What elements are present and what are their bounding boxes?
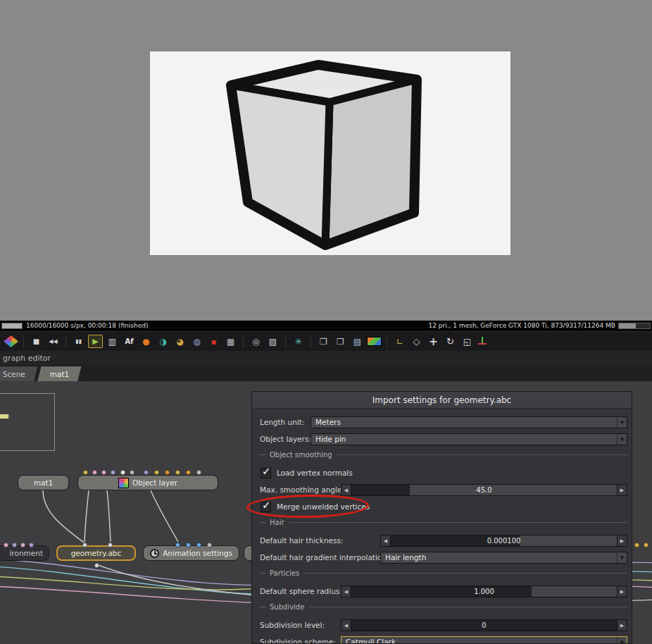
node-label: Animation settings [163,549,232,557]
marquee-select-button[interactable]: ▧ [265,335,280,349]
node-animation-settings[interactable]: Animation settings [143,545,239,561]
node-port-dot[interactable] [186,470,191,475]
node-port-dot[interactable] [101,470,106,475]
node-port-dot[interactable] [144,470,149,475]
section-particles: Particles [260,569,627,577]
node-port-dot[interactable] [108,543,113,547]
material-sphere-button[interactable]: ● [139,335,153,349]
toolbar-separator [243,335,244,348]
node-environment[interactable]: ironment [0,545,49,561]
node-port-dot[interactable] [111,470,115,475]
play-button[interactable]: ▶ [88,335,103,348]
node-label: Object layer [132,478,177,487]
checker-button[interactable]: ▦ [223,335,238,349]
node-port-dot[interactable] [175,470,180,475]
load-vertex-normals-checkbox[interactable] [261,468,271,478]
texture-sphere-button[interactable]: ◑ [156,335,170,349]
zoom-tool-button[interactable]: ◎ [249,335,263,349]
pause-button[interactable]: ▮▮ [71,335,86,349]
render-display-button[interactable]: ▥ [105,335,120,349]
length-unit-dropdown[interactable]: Meters [311,416,627,428]
node-port-dot[interactable] [196,543,201,547]
slider-decrement-icon[interactable] [381,535,390,546]
toon-cube-illustration [150,51,510,255]
dropdown-arrow-icon[interactable] [617,434,627,445]
layer-window-button[interactable]: ▤ [350,335,365,349]
skip-to-start-button[interactable]: ◀◀ [46,335,61,349]
collapsed-node-box[interactable] [0,393,55,451]
rotate-tool-button[interactable]: ↻ [443,335,458,349]
slider-increment-icon[interactable] [617,620,627,631]
node-port-dot[interactable] [12,543,17,547]
merge-unwelded-vertices-checkbox[interactable] [261,502,271,512]
node-port-dot[interactable] [207,543,212,547]
spray-tool-button[interactable]: ✳ [291,335,306,349]
node-port-dot[interactable] [120,470,125,475]
node-output-plug[interactable] [0,414,9,419]
bbox-toggle-button[interactable]: ◇ [409,335,424,349]
section-subdivide: Subdivide [260,602,627,611]
node-port-dot[interactable] [82,543,87,547]
app-logo-icon[interactable] [4,335,18,347]
subdivision-level-slider[interactable]: 0 [341,619,627,631]
font-tool-button[interactable]: Af [122,335,137,349]
toolbar-separator [285,335,286,348]
slider-decrement-icon[interactable] [341,485,351,495]
hair-gradient-label: Default hair gradient interpolation: [260,553,389,562]
hair-thickness-slider[interactable]: 0.000100 [380,535,627,547]
subdivision-scheme-label: Subdivision scheme: [260,638,336,644]
node-port-dot[interactable] [154,470,159,475]
node-port-dot[interactable] [4,543,8,547]
node-object-layer[interactable]: Object layer [77,475,218,490]
node-port-dot[interactable] [83,470,88,475]
render-progress-chip [1,323,23,329]
subdivision-level-label: Subdivision level: [260,621,325,629]
node-port-dot[interactable] [196,470,201,475]
axis-gizmo-button[interactable] [477,335,491,347]
slider-decrement-icon[interactable] [341,620,351,631]
copy-button[interactable]: ❐ [316,335,331,349]
memory-progress-bar [618,323,651,329]
slider-decrement-icon[interactable] [341,586,351,597]
dropdown-arrow-icon[interactable] [617,637,627,644]
slider-increment-icon[interactable] [617,535,627,546]
node-port-dot[interactable] [94,563,99,568]
gpu-memory-text: 12 pri., 1 mesh, GeForce GTX 1080 Ti, 87… [429,321,616,331]
node-port-dot[interactable] [130,470,134,475]
section-hair: Hair [260,518,627,526]
tab-scene[interactable]: Scene [0,366,39,381]
node-port-dot[interactable] [186,543,191,547]
dropdown-arrow-icon[interactable] [617,417,627,428]
stop-button[interactable]: ■ [29,335,44,349]
length-unit-label: Length unit: [260,418,304,426]
node-port-dot[interactable] [644,543,648,547]
graph-editor-tabs: Scene mat1 [0,366,652,381]
section-object-smoothing: Object smoothing [260,450,627,459]
node-port-dot[interactable] [20,543,25,547]
slider-increment-icon[interactable] [617,586,627,597]
corner-snap-button[interactable]: ∟ [392,335,407,349]
max-smoothing-angle-slider[interactable]: 45.0 [341,484,627,496]
move-tool-button[interactable]: + [426,335,441,349]
object-layers-dropdown[interactable]: Hide pin [311,433,627,445]
instance-sphere-button[interactable]: ◍ [189,335,204,349]
node-port-dot[interactable] [175,543,180,547]
fit-view-button[interactable]: ◱ [460,335,475,349]
shading-sphere-button[interactable]: ◕ [173,335,187,349]
node-port-dot[interactable] [634,543,639,547]
tab-mat1[interactable]: mat1 [37,366,82,381]
node-geometry[interactable]: geometry.abc [56,545,136,561]
hair-gradient-dropdown[interactable]: Hair length [380,552,627,564]
image-view-button[interactable] [367,337,382,346]
slider-increment-icon[interactable] [617,485,627,495]
info-button[interactable]: ▪ [206,335,221,349]
node-port-dot[interactable] [165,470,170,475]
subdivision-scheme-dropdown[interactable]: Catmull Clark [341,636,627,644]
paste-button[interactable]: ❒ [333,335,348,349]
node-mat1[interactable]: mat1 [18,475,69,490]
dropdown-arrow-icon[interactable] [617,552,627,563]
node-port-dot[interactable] [92,470,97,475]
image-layer-icon [118,478,129,488]
sphere-radius-slider[interactable]: 1.000 [341,586,627,597]
node-port-dot[interactable] [29,543,34,547]
